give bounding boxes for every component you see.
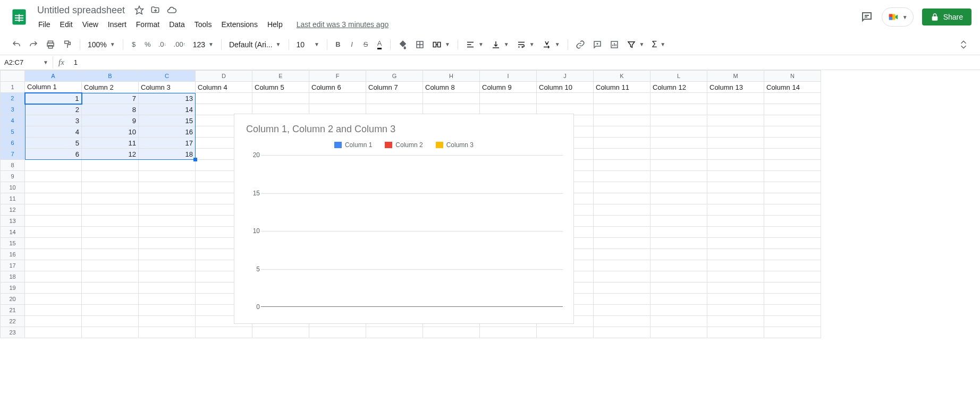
cell-B8[interactable] (82, 160, 139, 171)
cell-K21[interactable] (594, 305, 650, 316)
cell-K16[interactable] (594, 249, 650, 260)
column-header-C[interactable]: C (139, 71, 196, 82)
cell-K4[interactable] (594, 115, 650, 126)
cell-A19[interactable] (25, 282, 82, 294)
cell-M14[interactable] (707, 227, 764, 238)
cell-N10[interactable] (764, 182, 821, 193)
cell-N18[interactable] (764, 271, 821, 282)
cell-M3[interactable] (707, 104, 764, 115)
cloud-status-icon[interactable] (166, 5, 177, 15)
cell-N11[interactable] (764, 193, 821, 204)
cell-B17[interactable] (82, 260, 139, 271)
cell-A17[interactable] (25, 260, 82, 271)
cell-C8[interactable] (139, 160, 196, 171)
cell-I23[interactable] (480, 327, 537, 338)
cell-C17[interactable] (139, 260, 196, 271)
cell-B3[interactable]: 8 (82, 104, 139, 115)
cell-L1[interactable]: Column 12 (650, 82, 707, 93)
cell-L21[interactable] (650, 305, 707, 316)
row-header-5[interactable]: 5 (1, 126, 25, 138)
cell-C19[interactable] (139, 282, 196, 294)
cell-N6[interactable] (764, 138, 821, 149)
row-header-23[interactable]: 23 (1, 327, 25, 338)
star-icon[interactable] (134, 5, 144, 15)
cell-B13[interactable] (82, 216, 139, 227)
cell-B18[interactable] (82, 271, 139, 282)
cell-C4[interactable]: 15 (139, 115, 196, 126)
row-header-3[interactable]: 3 (1, 104, 25, 115)
cell-K20[interactable] (594, 294, 650, 305)
cell-A11[interactable] (25, 193, 82, 204)
cell-M19[interactable] (707, 282, 764, 294)
cell-N16[interactable] (764, 249, 821, 260)
cell-J2[interactable] (537, 93, 594, 104)
cell-A22[interactable] (25, 316, 82, 327)
row-header-14[interactable]: 14 (1, 227, 25, 238)
row-header-12[interactable]: 12 (1, 204, 25, 216)
cell-K13[interactable] (594, 216, 650, 227)
cell-M7[interactable] (707, 149, 764, 160)
column-header-E[interactable]: E (252, 71, 309, 82)
cell-M5[interactable] (707, 126, 764, 138)
cell-C14[interactable] (139, 227, 196, 238)
menu-view[interactable]: View (78, 18, 103, 31)
cell-L7[interactable] (650, 149, 707, 160)
cell-K10[interactable] (594, 182, 650, 193)
cell-N7[interactable] (764, 149, 821, 160)
row-header-13[interactable]: 13 (1, 216, 25, 227)
cell-K14[interactable] (594, 227, 650, 238)
cell-H23[interactable] (423, 327, 480, 338)
cell-B4[interactable]: 9 (82, 115, 139, 126)
cell-L18[interactable] (650, 271, 707, 282)
insert-link-icon[interactable] (572, 37, 588, 53)
cell-A2[interactable]: 1 (25, 93, 82, 104)
cell-C10[interactable] (139, 182, 196, 193)
column-header-B[interactable]: B (82, 71, 139, 82)
cell-A13[interactable] (25, 216, 82, 227)
cell-N19[interactable] (764, 282, 821, 294)
cell-A12[interactable] (25, 204, 82, 216)
cell-K18[interactable] (594, 271, 650, 282)
row-header-9[interactable]: 9 (1, 171, 25, 182)
cell-K22[interactable] (594, 316, 650, 327)
cell-N22[interactable] (764, 316, 821, 327)
cell-K2[interactable] (594, 93, 650, 104)
cell-N2[interactable] (764, 93, 821, 104)
cell-B1[interactable]: Column 2 (82, 82, 139, 93)
cell-L4[interactable] (650, 115, 707, 126)
row-header-21[interactable]: 21 (1, 305, 25, 316)
cell-L3[interactable] (650, 104, 707, 115)
row-header-22[interactable]: 22 (1, 316, 25, 327)
cell-K23[interactable] (594, 327, 650, 338)
column-header-M[interactable]: M (707, 71, 764, 82)
cell-K3[interactable] (594, 104, 650, 115)
cell-K6[interactable] (594, 138, 650, 149)
cell-N15[interactable] (764, 238, 821, 249)
cell-K19[interactable] (594, 282, 650, 294)
select-all-corner[interactable] (1, 71, 25, 82)
text-wrap-dropdown[interactable]: ▼ (513, 38, 538, 52)
column-header-N[interactable]: N (764, 71, 821, 82)
cell-A4[interactable]: 3 (25, 115, 82, 126)
cell-L9[interactable] (650, 171, 707, 182)
cell-B19[interactable] (82, 282, 139, 294)
cell-L6[interactable] (650, 138, 707, 149)
cell-I2[interactable] (480, 93, 537, 104)
cell-C16[interactable] (139, 249, 196, 260)
cell-C20[interactable] (139, 294, 196, 305)
font-size-dropdown[interactable]: 10▼ (293, 38, 323, 51)
cell-C5[interactable]: 16 (139, 126, 196, 138)
row-header-18[interactable]: 18 (1, 271, 25, 282)
cell-M21[interactable] (707, 305, 764, 316)
cell-K11[interactable] (594, 193, 650, 204)
cell-N12[interactable] (764, 204, 821, 216)
merge-cells-dropdown[interactable]: ▼ (429, 38, 453, 52)
cell-M4[interactable] (707, 115, 764, 126)
menu-format[interactable]: Format (132, 18, 164, 31)
cell-F23[interactable] (309, 327, 366, 338)
more-formats-dropdown[interactable]: 123▼ (190, 38, 217, 51)
cell-G23[interactable] (366, 327, 423, 338)
cell-L23[interactable] (650, 327, 707, 338)
insert-chart-icon[interactable] (606, 37, 622, 53)
cell-M20[interactable] (707, 294, 764, 305)
